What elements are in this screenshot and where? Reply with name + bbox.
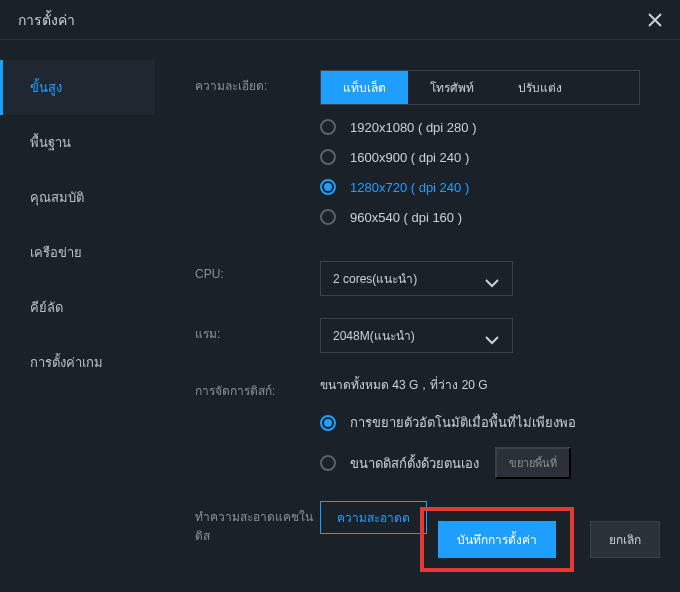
cache-label: ทำความสะอาดแคชในดิส — [195, 501, 320, 545]
chevron-down-icon — [484, 274, 500, 284]
ram-label: แรม: — [195, 318, 320, 343]
radio-icon — [320, 179, 336, 195]
disk-info: ขนาดทั้งหมด 43 G，ที่ว่าง 20 G — [320, 375, 640, 394]
sidebar-item-network[interactable]: เครือข่าย — [0, 225, 155, 280]
clean-cache-button[interactable]: ความสะอาดต — [320, 501, 427, 534]
radio-icon — [320, 149, 336, 165]
window-title: การตั้งค่า — [18, 9, 75, 31]
radio-label: ขนาดดิสก์ตั้งด้วยตนเอง — [350, 453, 479, 474]
highlight-box: บันทึกการตั้งค่า — [420, 507, 574, 572]
extend-space-button[interactable]: ขยายพื้นที่ — [495, 447, 571, 479]
sidebar-item-basic[interactable]: พื้นฐาน — [0, 115, 155, 170]
resolution-option-1920[interactable]: 1920x1080 ( dpi 280 ) — [320, 119, 640, 135]
resolution-label: ความละเอียด: — [195, 70, 320, 95]
sidebar-item-game-settings[interactable]: การตั้งค่าเกม — [0, 335, 155, 390]
resolution-option-960[interactable]: 960x540 ( dpi 160 ) — [320, 209, 640, 225]
disk-option-manual[interactable]: ขนาดดิสก์ตั้งด้วยตนเอง — [320, 453, 479, 474]
radio-label: 960x540 ( dpi 160 ) — [350, 210, 462, 225]
radio-label: 1920x1080 ( dpi 280 ) — [350, 120, 476, 135]
ram-value: 2048M(แนะนำ) — [333, 326, 415, 345]
cpu-select[interactable]: 2 cores(แนะนำ) — [320, 261, 513, 296]
tab-custom[interactable]: ปรับแต่ง — [496, 71, 584, 104]
sidebar: ขั้นสูง พื้นฐาน คุณสมบัติ เครือข่าย คีย์… — [0, 40, 155, 592]
radio-label: 1600x900 ( dpi 240 ) — [350, 150, 469, 165]
resolution-option-1280[interactable]: 1280x720 ( dpi 240 ) — [320, 179, 640, 195]
radio-label: การขยายตัวอัตโนมัติเมื่อพื้นที่ไม่เพียงพ… — [350, 412, 576, 433]
radio-icon — [320, 119, 336, 135]
sidebar-item-properties[interactable]: คุณสมบัติ — [0, 170, 155, 225]
tab-phone[interactable]: โทรศัพท์ — [408, 71, 496, 104]
radio-icon — [320, 455, 336, 471]
radio-icon — [320, 209, 336, 225]
sidebar-item-shortcuts[interactable]: คีย์ลัด — [0, 280, 155, 335]
resolution-tabs: แท็บเล็ต โทรศัพท์ ปรับแต่ง — [320, 70, 640, 105]
sidebar-item-advanced[interactable]: ขั้นสูง — [0, 60, 155, 115]
tab-tablet[interactable]: แท็บเล็ต — [321, 71, 408, 104]
footer-buttons: บันทึกการตั้งค่า ยกเลิก — [420, 507, 660, 572]
cancel-button[interactable]: ยกเลิก — [590, 521, 660, 558]
cpu-value: 2 cores(แนะนำ) — [333, 269, 417, 288]
close-icon[interactable] — [648, 13, 662, 27]
radio-label: 1280x720 ( dpi 240 ) — [350, 180, 469, 195]
ram-select[interactable]: 2048M(แนะนำ) — [320, 318, 513, 353]
radio-icon — [320, 415, 336, 431]
resolution-option-1600[interactable]: 1600x900 ( dpi 240 ) — [320, 149, 640, 165]
resolution-radio-list: 1920x1080 ( dpi 280 ) 1600x900 ( dpi 240… — [320, 119, 640, 225]
disk-label: การจัดการดิสก์: — [195, 375, 320, 400]
cpu-label: CPU: — [195, 261, 320, 281]
disk-option-auto[interactable]: การขยายตัวอัตโนมัติเมื่อพื้นที่ไม่เพียงพ… — [320, 412, 640, 433]
save-button[interactable]: บันทึกการตั้งค่า — [438, 521, 556, 558]
chevron-down-icon — [484, 331, 500, 341]
